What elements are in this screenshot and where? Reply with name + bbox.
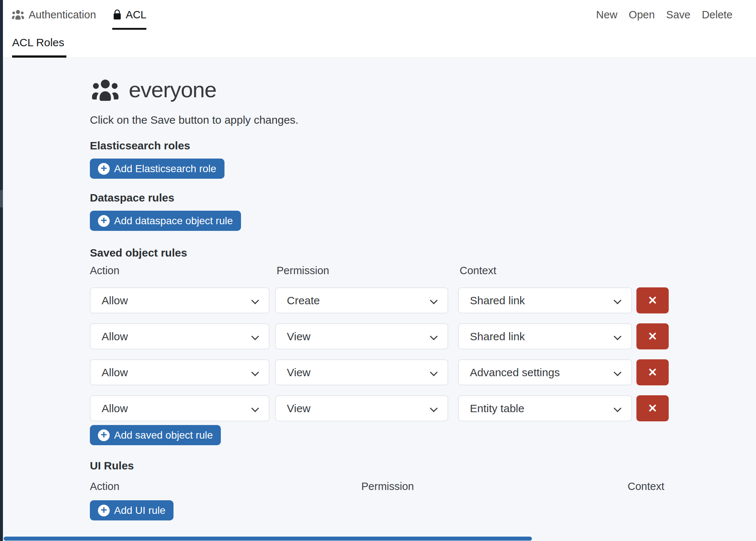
sub-tab-bar: ACL Roles — [3, 30, 756, 58]
remove-rule-button[interactable]: ✕ — [636, 359, 669, 385]
add-ui-rule-button[interactable]: + Add UI rule — [90, 500, 174, 520]
page-title: everyone — [129, 77, 216, 102]
delete-button[interactable]: Delete — [702, 9, 733, 21]
chevron-down-icon — [251, 404, 259, 412]
remove-rule-button[interactable]: ✕ — [636, 287, 669, 313]
chevron-down-icon — [251, 297, 259, 304]
add-elasticsearch-role-button[interactable]: + Add Elasticsearch role — [90, 159, 224, 179]
plus-circle-icon: + — [98, 429, 110, 441]
permission-select[interactable]: View — [275, 359, 448, 385]
context-select[interactable]: Shared link — [458, 287, 632, 313]
chevron-down-icon — [251, 333, 259, 340]
ui-rules-heading: UI Rules — [90, 459, 756, 472]
chevron-down-icon — [251, 368, 259, 376]
chevron-down-icon — [430, 404, 438, 412]
tab-acl[interactable]: ACL — [112, 0, 146, 30]
permission-select[interactable]: View — [275, 395, 448, 421]
vertical-scrollbar-track[interactable] — [0, 0, 3, 541]
chevron-down-icon — [430, 297, 438, 304]
add-dataspace-object-rule-label: Add dataspace object rule — [114, 215, 233, 227]
saved-object-rule-row: Allow View Advanced settings ✕ — [90, 359, 756, 385]
chevron-down-icon — [614, 368, 621, 376]
top-navigation: Authentication ACL New Open Save Delete — [3, 0, 756, 30]
column-action-label: Action — [90, 480, 120, 493]
x-icon: ✕ — [648, 330, 657, 343]
context-select[interactable]: Advanced settings — [458, 359, 632, 385]
chevron-down-icon — [614, 297, 621, 304]
chevron-down-icon — [430, 333, 438, 340]
column-context-label: Context — [628, 480, 664, 493]
saved-object-rules-heading: Saved object rules — [90, 246, 756, 259]
saved-object-rule-row: Allow Create Shared link ✕ — [90, 287, 756, 313]
x-icon: ✕ — [648, 366, 657, 379]
x-icon: ✕ — [648, 294, 657, 307]
tab-acl-roles[interactable]: ACL Roles — [12, 30, 66, 58]
column-action-label: Action — [90, 265, 120, 277]
remove-rule-button[interactable]: ✕ — [636, 395, 669, 421]
tab-acl-roles-label: ACL Roles — [12, 36, 64, 49]
plus-circle-icon: + — [98, 215, 110, 227]
role-header: everyone — [90, 77, 756, 102]
context-select[interactable]: Entity table — [458, 395, 632, 421]
add-saved-object-rule-button[interactable]: + Add saved object rule — [90, 425, 221, 445]
saved-object-rule-row: Allow View Entity table ✕ — [90, 395, 756, 421]
elasticsearch-roles-heading: Elasticsearch roles — [90, 139, 756, 152]
add-saved-object-rule-label: Add saved object rule — [114, 429, 213, 441]
main-content: everyone Click on the Save button to app… — [3, 58, 756, 541]
context-select[interactable]: Shared link — [458, 323, 632, 349]
action-select[interactable]: Allow — [90, 323, 270, 349]
tab-authentication-label: Authentication — [29, 9, 96, 21]
permission-select[interactable]: View — [275, 323, 448, 349]
plus-circle-icon: + — [98, 505, 110, 516]
dataspace-rules-heading: Dataspace rules — [90, 191, 756, 204]
column-permission-label: Permission — [277, 265, 329, 277]
lock-icon — [112, 9, 122, 21]
vertical-scrollbar-thumb[interactable] — [0, 190, 3, 207]
users-group-icon — [90, 78, 121, 102]
header: Authentication ACL New Open Save Delete … — [3, 0, 756, 58]
users-icon — [11, 9, 25, 20]
save-hint-text: Click on the Save button to apply change… — [90, 113, 756, 127]
add-ui-rule-label: Add UI rule — [114, 505, 165, 516]
open-button[interactable]: Open — [629, 9, 655, 21]
remove-rule-button[interactable]: ✕ — [636, 323, 669, 349]
chevron-down-icon — [430, 368, 438, 376]
action-select[interactable]: Allow — [90, 359, 270, 385]
action-select[interactable]: Allow — [90, 395, 270, 421]
permission-select[interactable]: Create — [275, 287, 448, 313]
ui-rules-columns: Action Permission Context — [90, 480, 756, 494]
column-context-label: Context — [460, 265, 496, 277]
plus-circle-icon: + — [98, 163, 110, 175]
horizontal-scrollbar-thumb[interactable] — [4, 537, 532, 541]
add-dataspace-object-rule-button[interactable]: + Add dataspace object rule — [90, 211, 241, 231]
column-permission-label: Permission — [361, 480, 414, 493]
x-icon: ✕ — [648, 402, 657, 415]
new-button[interactable]: New — [596, 9, 617, 21]
chevron-down-icon — [614, 333, 621, 340]
add-elasticsearch-role-label: Add Elasticsearch role — [114, 163, 216, 175]
tab-acl-label: ACL — [126, 9, 146, 21]
saved-object-rule-row: Allow View Shared link ✕ — [90, 323, 756, 349]
tab-authentication[interactable]: Authentication — [11, 0, 96, 30]
save-button[interactable]: Save — [666, 9, 690, 21]
action-select[interactable]: Allow — [90, 287, 270, 313]
saved-object-rules-columns: Action Permission Context — [90, 265, 756, 278]
chevron-down-icon — [614, 404, 621, 412]
saved-object-rules-list: Allow Create Shared link ✕ Allow View — [90, 287, 756, 421]
